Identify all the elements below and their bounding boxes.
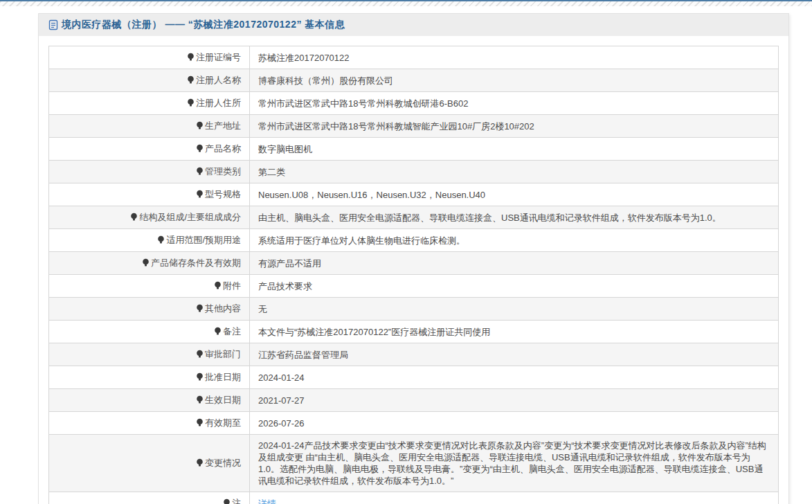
table-row: 附件 产品技术要求 bbox=[49, 275, 779, 298]
note-icon bbox=[196, 458, 204, 469]
table-body: 注册证编号 苏械注准20172070122 注册人名称 博睿康科技（常州）股份有… bbox=[49, 46, 779, 504]
content-panel: 境内医疗器械（注册） —— “苏械注准20172070122” 基本信息 注册证… bbox=[38, 13, 789, 504]
row-label-text: 产品储存条件及有效期 bbox=[151, 258, 241, 268]
row-label: 生产地址 bbox=[49, 115, 250, 138]
row-value: 无 bbox=[250, 298, 779, 321]
row-value-text: 苏械注准20172070122 bbox=[258, 53, 350, 63]
row-label: 注册人住所 bbox=[49, 92, 250, 115]
table-row: 注册证编号 苏械注准20172070122 bbox=[49, 46, 779, 69]
row-label-text: 注册证编号 bbox=[196, 52, 241, 62]
table-row: 注册人住所 常州市武进区常武中路18号常州科教城创研港6-B602 bbox=[49, 92, 779, 115]
table-row: 注册人名称 博睿康科技（常州）股份有限公司 bbox=[49, 69, 779, 92]
table-row: 产品名称 数字脑电图机 bbox=[49, 138, 779, 161]
note-icon bbox=[157, 235, 165, 246]
row-value-text: 产品技术要求 bbox=[258, 281, 312, 291]
row-label-text: 产品名称 bbox=[205, 143, 241, 154]
note-icon bbox=[187, 52, 195, 64]
row-value-text: 系统适用于医疗单位对人体脑生物电进行临床检测。 bbox=[258, 235, 465, 246]
row-value-text: 第二类 bbox=[258, 167, 285, 177]
note-icon bbox=[130, 212, 138, 224]
row-label: 审批部门 bbox=[49, 343, 250, 366]
row-label: 注 bbox=[49, 492, 250, 504]
top-decorative-band bbox=[0, 0, 812, 6]
table-row: 产品储存条件及有效期 有源产品不适用 bbox=[49, 252, 779, 275]
row-value-text: 详情 bbox=[258, 498, 276, 504]
details-link[interactable]: 详情 bbox=[258, 498, 276, 504]
row-value-text: 博睿康科技（常州）股份有限公司 bbox=[258, 75, 393, 86]
panel-header: 境内医疗器械（注册） —— “苏械注准20172070122” 基本信息 bbox=[39, 14, 788, 36]
note-icon bbox=[196, 143, 204, 155]
row-value: 常州市武进区常武中路18号常州科教城智能产业园10#厂房2楼10#202 bbox=[250, 115, 779, 138]
row-label-text: 附件 bbox=[223, 280, 241, 291]
table-row: 结构及组成/主要组成成分 由主机、脑电头盒、医用安全电源适配器、导联电缆连接盒、… bbox=[49, 206, 779, 229]
table-row: 批准日期 2024-01-24 bbox=[49, 366, 779, 389]
row-label-text: 管理类别 bbox=[205, 166, 241, 177]
note-icon bbox=[187, 75, 195, 87]
row-value: 2021-07-27 bbox=[250, 389, 779, 412]
row-label: 备注 bbox=[49, 321, 250, 343]
row-label-text: 备注 bbox=[223, 326, 241, 336]
row-value-text: 2026-07-26 bbox=[258, 418, 305, 429]
table-row: 变更情况 2024-01-24产品技术要求变更由“技术要求变更情况对比表原条款及… bbox=[49, 435, 779, 492]
note-icon bbox=[187, 98, 195, 109]
note-icon bbox=[196, 303, 204, 315]
row-label: 生效日期 bbox=[49, 389, 250, 412]
row-value: Neusen.U08，Neusen.U16，Neusen.U32，Neusen.… bbox=[250, 183, 779, 206]
table-row: 生产地址 常州市武进区常武中路18号常州科教城智能产业园10#厂房2楼10#20… bbox=[49, 115, 779, 138]
row-label: 产品名称 bbox=[49, 138, 250, 161]
page-title: 境内医疗器械（注册） —— “苏械注准20172070122” 基本信息 bbox=[62, 19, 345, 31]
table-row: 有效期至 2026-07-26 bbox=[49, 412, 779, 435]
row-value: 有源产品不适用 bbox=[250, 252, 779, 275]
row-label-text: 有效期至 bbox=[205, 417, 241, 428]
info-table: 注册证编号 苏械注准20172070122 注册人名称 博睿康科技（常州）股份有… bbox=[48, 46, 779, 504]
row-label-text: 其他内容 bbox=[205, 303, 241, 314]
row-value: 数字脑电图机 bbox=[250, 138, 779, 161]
row-label: 适用范围/预期用途 bbox=[49, 229, 250, 252]
row-value: 江苏省药品监督管理局 bbox=[250, 343, 779, 366]
note-icon bbox=[214, 326, 222, 338]
row-value: 常州市武进区常武中路18号常州科教城创研港6-B602 bbox=[250, 92, 779, 115]
row-label: 有效期至 bbox=[49, 412, 250, 435]
row-label-text: 结构及组成/主要组成成分 bbox=[139, 212, 241, 222]
note-icon bbox=[196, 120, 204, 132]
row-label-text: 型号规格 bbox=[205, 189, 241, 199]
row-label: 批准日期 bbox=[49, 366, 250, 389]
table-row: 生效日期 2021-07-27 bbox=[49, 389, 779, 412]
row-value-text: 2024-01-24产品技术要求变更由“技术要求变更情况对比表原条款及内容”变更… bbox=[258, 440, 766, 486]
note-icon bbox=[142, 258, 150, 269]
table-row: 适用范围/预期用途 系统适用于医疗单位对人体脑生物电进行临床检测。 bbox=[49, 229, 779, 252]
note-icon bbox=[196, 395, 204, 406]
row-value: 本文件与“苏械注准20172070122”医疗器械注册证共同使用 bbox=[250, 321, 779, 343]
row-label: 结构及组成/主要组成成分 bbox=[49, 206, 250, 229]
row-value: 2024-01-24产品技术要求变更由“技术要求变更情况对比表原条款及内容”变更… bbox=[250, 435, 779, 492]
row-value-text: 2021-07-27 bbox=[258, 395, 305, 406]
row-label: 注册人名称 bbox=[49, 69, 250, 92]
note-icon bbox=[223, 498, 231, 504]
note-icon bbox=[196, 417, 204, 429]
note-icon bbox=[196, 166, 204, 178]
row-value: 苏械注准20172070122 bbox=[250, 46, 779, 69]
row-label-text: 注册人名称 bbox=[196, 75, 241, 85]
table-row: 管理类别 第二类 bbox=[49, 161, 779, 183]
row-label-text: 变更情况 bbox=[205, 458, 241, 468]
table-row: 注 详情 bbox=[49, 492, 779, 504]
note-icon bbox=[196, 189, 204, 201]
row-value-text: 常州市武进区常武中路18号常州科教城创研港6-B602 bbox=[258, 98, 468, 109]
table-row: 审批部门 江苏省药品监督管理局 bbox=[49, 343, 779, 366]
row-value-text: 数字脑电图机 bbox=[258, 144, 312, 154]
row-value: 产品技术要求 bbox=[250, 275, 779, 298]
note-icon bbox=[196, 372, 204, 384]
table-row: 其他内容 无 bbox=[49, 298, 779, 321]
row-value-text: 江苏省药品监督管理局 bbox=[258, 350, 348, 360]
row-label: 其他内容 bbox=[49, 298, 250, 321]
row-label-text: 注 bbox=[232, 498, 241, 504]
row-value: 2024-01-24 bbox=[250, 366, 779, 389]
row-value: 由主机、脑电头盒、医用安全电源适配器、导联电缆连接盒、USB通讯电缆和记录软件组… bbox=[250, 206, 779, 229]
row-value: 详情 bbox=[250, 492, 779, 504]
row-value-text: 常州市武进区常武中路18号常州科教城智能产业园10#厂房2楼10#202 bbox=[258, 121, 534, 132]
row-label-text: 审批部门 bbox=[205, 349, 241, 359]
row-label-text: 适用范围/预期用途 bbox=[166, 235, 241, 245]
note-icon bbox=[214, 280, 222, 292]
row-value-text: 无 bbox=[258, 304, 267, 314]
row-label-text: 注册人住所 bbox=[196, 98, 241, 108]
